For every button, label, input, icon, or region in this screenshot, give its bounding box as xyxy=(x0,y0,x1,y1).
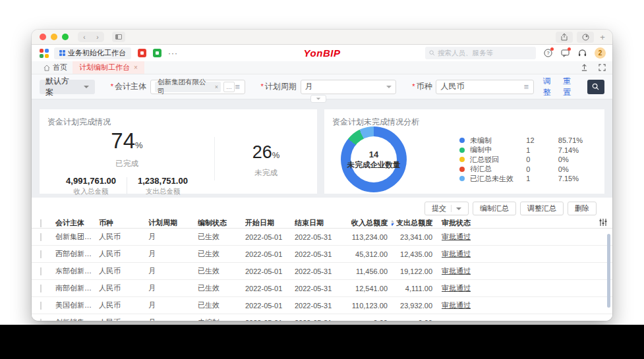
back-button[interactable]: ‹ xyxy=(78,32,91,42)
reference-list-icon[interactable]: ≣ xyxy=(235,83,240,90)
donut-center-label: 未完成企业数量 xyxy=(347,160,401,170)
column-settings-button[interactable] xyxy=(599,219,612,227)
select-all-checkbox-cell xyxy=(32,219,55,227)
user-avatar[interactable]: 2 xyxy=(595,47,606,59)
table-row[interactable]: 南部创新食品...人民币月已生效2022-05-012022-05-3112,5… xyxy=(32,280,612,297)
header-cell[interactable]: 开始日期 xyxy=(245,218,295,228)
expand-icon[interactable] xyxy=(599,64,606,71)
row-checkbox[interactable] xyxy=(40,267,42,275)
zoom-window-button[interactable] xyxy=(62,34,69,40)
submit-button[interactable]: 提交 xyxy=(424,202,469,215)
table-cell[interactable]: 审批通过 xyxy=(436,283,496,293)
row-checkbox-cell xyxy=(32,319,55,321)
reference-list-icon[interactable]: ≣ xyxy=(523,83,529,90)
row-checkbox[interactable] xyxy=(40,319,42,321)
table-row[interactable]: 创新销售公司人民币月未编制2022-05-012022-05-310.000.0… xyxy=(32,314,612,321)
entity-more-button[interactable]: … xyxy=(223,82,235,92)
table-cell: 2022-05-31 xyxy=(295,233,344,241)
new-tab-button[interactable]: + xyxy=(598,32,607,42)
support-button[interactable] xyxy=(577,48,587,58)
table-row[interactable]: 创新集团有限...人民币月已生效2022-05-012022-05-31113,… xyxy=(32,229,612,246)
header-cell[interactable]: 审批状态 xyxy=(436,218,496,228)
row-checkbox[interactable] xyxy=(40,250,42,258)
table-scrollbar[interactable] xyxy=(607,234,610,308)
header-cell[interactable]: 币种 xyxy=(99,218,148,228)
header-cell[interactable]: 结束日期 xyxy=(295,218,344,228)
upload-icon[interactable] xyxy=(581,64,588,71)
table-cell: 已生效 xyxy=(198,266,245,276)
completion-card: 资金计划完成情况 74% 已完成 4,991,761.00 收入总金额 xyxy=(40,109,317,194)
search-button[interactable] xyxy=(587,80,604,94)
table-cell: 110,123.00 xyxy=(344,302,392,310)
entity-input[interactable]: 创新集团有限公司 × … ≣ xyxy=(150,80,245,94)
currency-input[interactable]: 人民币 ≣ xyxy=(436,80,533,94)
header-cell[interactable]: 计划周期 xyxy=(148,218,198,228)
table-cell[interactable]: 审批通过 xyxy=(436,232,496,242)
table-cell: 未编制 xyxy=(198,318,245,321)
close-window-button[interactable] xyxy=(40,34,46,40)
browser-button[interactable] xyxy=(577,32,594,43)
header-cell[interactable]: 收入总额度 xyxy=(344,218,392,228)
donut-center-text: 14 未完成企业数量 xyxy=(341,126,407,192)
sidebar-toggle-button[interactable] xyxy=(112,32,125,42)
share-button[interactable] xyxy=(556,32,573,43)
minimize-window-button[interactable] xyxy=(51,34,57,40)
forward-button[interactable]: › xyxy=(91,32,104,42)
row-checkbox-cell xyxy=(32,267,55,275)
row-checkbox-cell xyxy=(32,302,55,310)
app-window: ‹ › + 业务初始化工作台 ··· YonBIP xyxy=(32,30,612,321)
row-checkbox[interactable] xyxy=(40,302,42,310)
message-button[interactable] xyxy=(560,48,570,58)
app-icon-red[interactable] xyxy=(138,49,146,57)
donut-chart: 14 未完成企业数量 xyxy=(341,126,407,192)
app-icon-green[interactable] xyxy=(153,49,161,57)
table-cell: 2022-05-01 xyxy=(245,319,295,321)
entity-tag[interactable]: 创新集团有限公司 × xyxy=(155,82,221,92)
table-cell[interactable]: 审批通过 xyxy=(436,266,496,276)
workspace-tab[interactable]: 业务初始化工作台 xyxy=(54,47,131,59)
table-row[interactable]: 美国创新投资...人民币月已生效2022-05-012022-05-31110,… xyxy=(32,297,612,314)
more-apps-button[interactable]: ··· xyxy=(168,49,178,58)
collapse-filter-button[interactable] xyxy=(310,95,326,103)
table-cell: 2022-05-31 xyxy=(295,302,344,310)
legend-count: 1 xyxy=(526,146,558,154)
select-all-checkbox[interactable] xyxy=(40,219,42,227)
table-cell: 2022-05-31 xyxy=(295,267,344,275)
table-cell: 2022-05-31 xyxy=(295,319,344,321)
adjust-link[interactable]: 调整 xyxy=(543,76,558,98)
legend-label: 已汇总未生效 xyxy=(470,174,526,184)
header-cell[interactable]: 会计主体 xyxy=(55,218,99,228)
question-icon: ? xyxy=(544,49,552,57)
delete-button[interactable]: 删除 xyxy=(568,202,597,215)
table-row[interactable]: 东部创新电器...人民币月已生效2022-05-012022-05-3111,4… xyxy=(32,263,612,280)
table-cell: 已生效 xyxy=(198,232,245,242)
compile-summary-button[interactable]: 编制汇总 xyxy=(473,202,516,215)
done-label: 已完成 xyxy=(115,159,138,169)
header-cell[interactable]: 支出总额度 xyxy=(392,218,436,228)
scheme-select[interactable]: 默认方案 xyxy=(40,80,95,94)
table-cell[interactable]: 审批通过 xyxy=(436,300,496,310)
sort-icon[interactable] xyxy=(392,220,394,226)
row-checkbox-cell xyxy=(32,250,55,258)
tag-close-icon[interactable]: × xyxy=(215,84,218,90)
global-search-input[interactable]: 搜索人员、服务等 xyxy=(425,47,536,59)
reset-link[interactable]: 重置 xyxy=(563,76,578,98)
scheme-select-value: 默认方案 xyxy=(45,76,74,98)
row-checkbox[interactable] xyxy=(40,285,42,292)
expense-total: 1,238,751.00 支出总金额 xyxy=(127,175,198,196)
help-button[interactable]: ? xyxy=(543,48,553,58)
period-select[interactable]: 月 xyxy=(301,80,396,94)
header-cell[interactable]: 编制状态 xyxy=(198,218,245,228)
adjust-summary-button[interactable]: 调整汇总 xyxy=(520,202,564,215)
chat-icon xyxy=(561,49,570,57)
table-cell[interactable]: 审批通过 xyxy=(436,249,496,259)
tab-home[interactable]: 首页 xyxy=(38,61,73,74)
tab-close-icon[interactable]: × xyxy=(134,64,138,71)
table-row[interactable]: 西部创新股份...人民币月已生效2022-05-012022-05-3145,3… xyxy=(32,246,612,263)
table-cell: 已生效 xyxy=(198,300,245,310)
table-cell: -- xyxy=(436,319,496,321)
row-checkbox-cell xyxy=(32,233,55,241)
tab-plan-workbench[interactable]: 计划编制工作台 × xyxy=(73,61,144,74)
row-checkbox[interactable] xyxy=(40,233,42,241)
divider xyxy=(451,205,452,212)
